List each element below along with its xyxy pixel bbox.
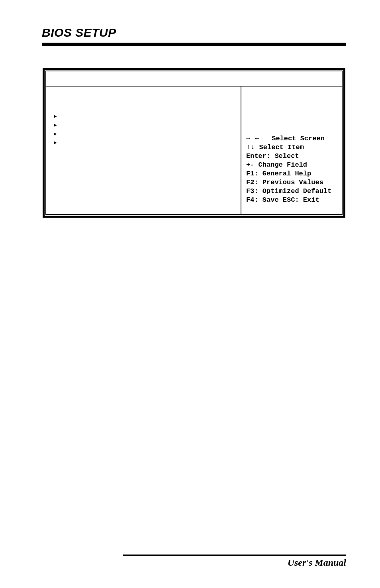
- nav-enter: Enter: Select: [246, 152, 339, 161]
- arrow-up-down-icon: ↑↓: [246, 144, 255, 151]
- menu-item[interactable]: ▶: [54, 138, 236, 147]
- menu-item[interactable]: ▶: [54, 130, 236, 138]
- bios-help-panel: → ← Select Screen ↑↓ Select Item Enter: …: [241, 87, 342, 214]
- footer-label: User's Manual: [42, 557, 346, 568]
- nav-general-help: F1: General Help: [246, 169, 339, 178]
- nav-select-screen: → ← Select Screen: [246, 134, 339, 143]
- nav-previous-values: F2: Previous Values: [246, 178, 339, 187]
- nav-save-exit: F4: Save ESC: Exit: [246, 196, 339, 205]
- bios-menu-panel: ▶ ▶ ▶ ▶: [46, 87, 241, 214]
- header-divider: [42, 43, 346, 46]
- triangle-right-icon: ▶: [54, 130, 61, 138]
- triangle-right-icon: ▶: [54, 121, 61, 130]
- nav-select-item: ↑↓ Select Item: [246, 143, 339, 152]
- page-header: BIOS SETUP: [42, 26, 346, 39]
- footer-divider: [123, 555, 346, 556]
- menu-item[interactable]: ▶: [54, 112, 236, 121]
- arrow-left-right-icon: → ←: [246, 135, 260, 142]
- menu-item[interactable]: ▶: [54, 121, 236, 130]
- bios-box: ▶ ▶ ▶ ▶ → ← Select Screen: [43, 68, 345, 218]
- nav-change-field: +- Change Field: [246, 161, 339, 169]
- nav-optimized-default: F3: Optimized Default: [246, 187, 339, 196]
- triangle-right-icon: ▶: [54, 112, 61, 121]
- triangle-right-icon: ▶: [54, 138, 61, 147]
- bios-title-row: [46, 71, 342, 87]
